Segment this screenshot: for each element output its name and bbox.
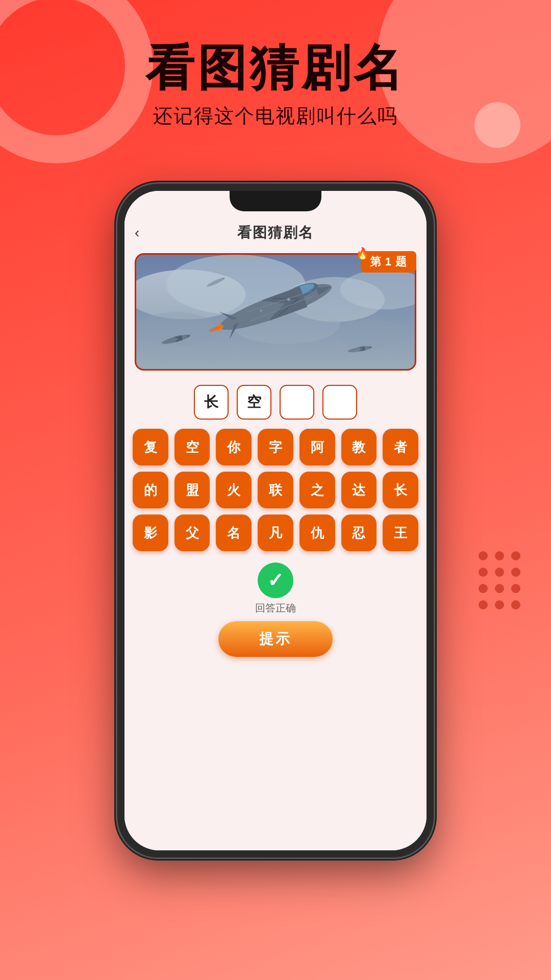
char-btn-zi[interactable]: 字 (258, 429, 293, 465)
char-btn-kong[interactable]: 空 (174, 429, 210, 465)
answer-slot-1: 长 (194, 385, 229, 420)
sub-title: 还记得这个电视剧叫什么吗 (0, 103, 551, 129)
char-btn-zhi[interactable]: 之 (299, 472, 335, 508)
check-icon: ✓ (267, 569, 284, 592)
hint-button[interactable]: 提示 (218, 621, 333, 657)
correct-text: 回答正确 (255, 601, 296, 615)
char-btn-jiao[interactable]: 教 (341, 429, 377, 465)
phone-wrapper: ‹ 看图猜剧名 第 1 题 (117, 184, 434, 857)
check-circle: ✓ (258, 562, 293, 598)
char-btn-meng[interactable]: 盟 (174, 472, 210, 508)
answer-slots: 长 空 (124, 385, 427, 420)
bg-dots (479, 551, 520, 609)
char-btn-zhe[interactable]: 者 (383, 429, 418, 465)
char-btn-ying[interactable]: 影 (133, 514, 168, 551)
char-row-1: 复 空 你 字 阿 教 者 (133, 429, 418, 465)
char-btn-fu2[interactable]: 父 (174, 514, 210, 551)
answer-slot-4 (322, 385, 357, 420)
char-btn-chou[interactable]: 仇 (299, 514, 335, 551)
char-row-2: 的 盟 火 联 之 达 长 (133, 472, 418, 508)
phone-screen: ‹ 看图猜剧名 第 1 题 (124, 191, 427, 850)
nav-title: 看图猜剧名 (237, 223, 314, 242)
char-grid: 复 空 你 字 阿 教 者 的 盟 火 联 之 达 (124, 429, 427, 557)
char-btn-fu[interactable]: 复 (133, 429, 168, 465)
char-btn-ming[interactable]: 名 (216, 514, 252, 551)
char-row-3: 影 父 名 凡 仇 忍 王 (133, 514, 418, 551)
char-btn-wang[interactable]: 王 (383, 514, 418, 551)
phone-notch (230, 191, 321, 211)
header-area: 看图猜剧名 还记得这个电视剧叫什么吗 (0, 41, 551, 129)
char-btn-chang[interactable]: 长 (383, 472, 418, 508)
phone-shell: ‹ 看图猜剧名 第 1 题 (117, 184, 434, 857)
char-btn-da[interactable]: 达 (341, 472, 377, 508)
char-btn-lian[interactable]: 联 (258, 472, 293, 508)
char-btn-de[interactable]: 的 (133, 472, 168, 508)
check-area: ✓ 回答正确 (124, 562, 427, 615)
char-btn-huo[interactable]: 火 (216, 472, 252, 508)
top-nav: ‹ 看图猜剧名 (124, 216, 427, 249)
question-badge: 第 1 题 (361, 251, 416, 273)
char-btn-ren[interactable]: 忍 (341, 514, 377, 551)
back-button[interactable]: ‹ (135, 225, 139, 241)
hint-area: 提示 (124, 617, 427, 665)
main-title: 看图猜剧名 (0, 41, 551, 95)
answer-slot-3 (280, 385, 314, 420)
question-number: 第 1 题 (361, 251, 416, 273)
char-btn-ni[interactable]: 你 (216, 429, 252, 465)
char-btn-fan[interactable]: 凡 (258, 514, 293, 551)
svg-point-7 (335, 320, 405, 349)
answer-slot-2: 空 (237, 385, 271, 420)
app-content: ‹ 看图猜剧名 第 1 题 (124, 191, 427, 850)
char-btn-a[interactable]: 阿 (299, 429, 335, 465)
